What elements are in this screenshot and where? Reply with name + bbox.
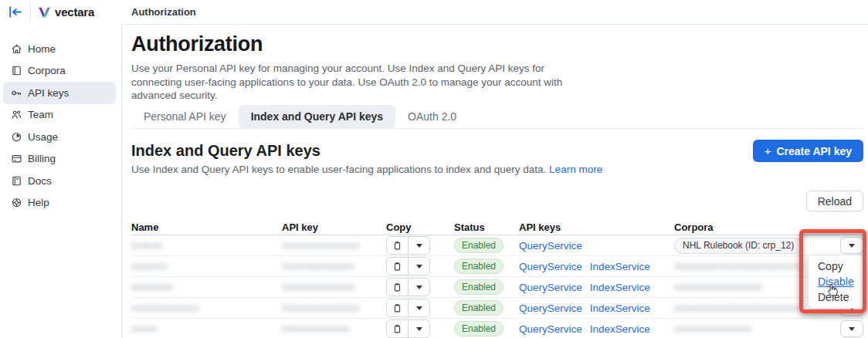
home-icon [11, 43, 22, 55]
status-badge: Enabled [454, 321, 504, 336]
team-icon [11, 109, 22, 120]
collapse-sidebar-icon[interactable] [8, 6, 22, 18]
status-badge: Enabled [454, 279, 504, 295]
copy-icon[interactable] [387, 237, 408, 254]
app-window: vectara Authorization Home Corpora API k… [0, 0, 868, 338]
copy-icon[interactable] [387, 279, 408, 296]
tab-personal-api-key[interactable]: Personal API key [131, 105, 239, 128]
status-badge: Enabled [454, 259, 504, 274]
index-service-link[interactable]: IndexService [590, 323, 650, 335]
query-service-link[interactable]: QueryService [519, 261, 582, 272]
table-row: xxxxx xxxxxxxxxxxxx Enabled QueryService… [131, 319, 863, 338]
breadcrumb: Authorization [131, 0, 196, 24]
corpus-badge: NHL Rulebook (ID: crp_12) [674, 238, 802, 254]
sidebar-item-billing[interactable]: Billing [3, 148, 116, 171]
col-header-copy: Copy [386, 221, 454, 233]
col-header-api-key: API key [282, 221, 386, 233]
caret-down-icon [416, 265, 422, 269]
sidebar-item-team[interactable]: Team [3, 104, 116, 127]
table-row: xxxxxxxx xxxxxxxxxxxxxx Enabled QuerySer… [131, 277, 863, 298]
learn-more-link[interactable]: Learn more [549, 164, 602, 175]
key-name-redacted: xxxxxxx [131, 261, 282, 272]
sidebar-item-docs[interactable]: Docs [3, 170, 116, 192]
menu-item-copy[interactable]: Copy [809, 259, 864, 274]
page-title: Authorization [131, 32, 263, 56]
corpus-redacted: xxxxxxxxxxxxxxxxxxxxxxxx [674, 303, 803, 313]
copy-icon[interactable] [387, 258, 408, 275]
tabs: Personal API key Index and Query API key… [131, 105, 469, 128]
create-api-key-button[interactable]: + Create API key [753, 140, 863, 162]
sidebar-item-api-keys[interactable]: API keys [3, 82, 116, 104]
col-header-status: Status [454, 221, 519, 233]
top-bar: vectara Authorization [0, 0, 868, 24]
plus-icon: + [765, 145, 771, 157]
key-name-redacted: xxxxx [131, 323, 282, 334]
corpora-icon [11, 65, 22, 76]
row-actions-dropdown-button[interactable] [840, 320, 863, 337]
key-name-redacted: xxxxxxxxxxxxx [131, 303, 282, 313]
sidebar-item-help[interactable]: Help [3, 192, 116, 215]
caret-down-icon [416, 306, 422, 310]
sidebar-item-label: API keys [28, 87, 69, 99]
sidebar-item-label: Team [28, 109, 53, 120]
caret-down-icon [416, 327, 422, 331]
logo-wordmark: vectara [55, 5, 94, 19]
caret-down-icon [416, 286, 422, 289]
caret-down-icon [416, 244, 422, 248]
page-description: Use your Personal API key for managing y… [131, 62, 577, 103]
query-service-link[interactable]: QueryService [519, 282, 582, 293]
sidebar-item-home[interactable]: Home [3, 38, 116, 60]
index-service-link[interactable]: IndexService [590, 303, 650, 314]
sidebar-item-label: Docs [28, 175, 52, 187]
sidebar-item-label: Billing [28, 153, 56, 164]
copy-dropdown-button[interactable] [408, 279, 429, 296]
copy-dropdown-button[interactable] [408, 299, 429, 316]
sidebar-item-usage[interactable]: Usage [3, 126, 116, 148]
copy-button-group [386, 236, 430, 255]
query-service-link[interactable]: QueryService [519, 303, 582, 314]
topbar-border [121, 24, 868, 25]
tab-oauth[interactable]: OAuth 2.0 [395, 105, 469, 128]
sidebar-item-corpora[interactable]: Corpora [3, 60, 116, 83]
create-api-key-label: Create API key [776, 145, 852, 157]
copy-button-group [386, 278, 430, 296]
row-actions-menu: Copy Disable Delete [808, 255, 865, 309]
row-actions-dropdown-button[interactable] [840, 237, 863, 254]
col-header-api-keys: API keys [519, 221, 674, 233]
api-key-value-redacted: xxxxxxxxxxxxx [282, 323, 386, 334]
usage-icon [11, 131, 22, 143]
copy-icon[interactable] [387, 299, 408, 316]
copy-button-group [386, 319, 430, 338]
copy-dropdown-button[interactable] [408, 258, 429, 275]
reload-button[interactable]: Reload [806, 191, 863, 211]
help-icon [11, 197, 22, 208]
query-service-link[interactable]: QueryService [519, 323, 582, 335]
corpus-redacted: xxxxxxxxxxxxxxx [674, 323, 803, 334]
copy-dropdown-button[interactable] [408, 320, 429, 337]
vectara-logo-icon [38, 7, 51, 18]
table-row: xxxxxx xxxxxxxxxxxxxxx Enabled QueryServ… [131, 235, 863, 256]
table-row: xxxxxxx xxxxxxxxxxxxxx Enabled QueryServ… [131, 256, 863, 277]
sidebar-item-label: Home [28, 43, 56, 55]
copy-button-group [386, 257, 430, 275]
table-header-row: Name API key Copy Status API keys Corpor… [131, 220, 863, 235]
section-title: Index and Query API keys [131, 142, 320, 160]
table-row: xxxxxxxxxxxxx xxxxxxxxxxxxxxx Enabled Qu… [131, 298, 863, 319]
section-description-text: Use Index and Query API keys to enable u… [131, 164, 546, 175]
sidebar-item-label: Help [28, 197, 49, 208]
billing-icon [11, 153, 22, 164]
index-service-link[interactable]: IndexService [590, 282, 650, 293]
vectara-logo[interactable]: vectara [38, 5, 94, 19]
hand-pointer-cursor-icon [826, 282, 839, 297]
copy-dropdown-button[interactable] [408, 237, 429, 254]
api-key-value-redacted: xxxxxxxxxxxxxx [282, 282, 386, 292]
tabs-border [131, 128, 863, 129]
caret-down-icon [849, 327, 855, 331]
index-service-link[interactable]: IndexService [590, 261, 650, 272]
caret-down-icon [849, 244, 855, 248]
query-service-link[interactable]: QueryService [519, 240, 582, 252]
copy-icon[interactable] [387, 320, 408, 337]
corpus-redacted: xxxxxxxxxxxxxxxxx [674, 282, 803, 292]
key-name-redacted: xxxxxxxx [131, 282, 282, 292]
tab-index-query-api-keys[interactable]: Index and Query API keys [239, 105, 395, 128]
